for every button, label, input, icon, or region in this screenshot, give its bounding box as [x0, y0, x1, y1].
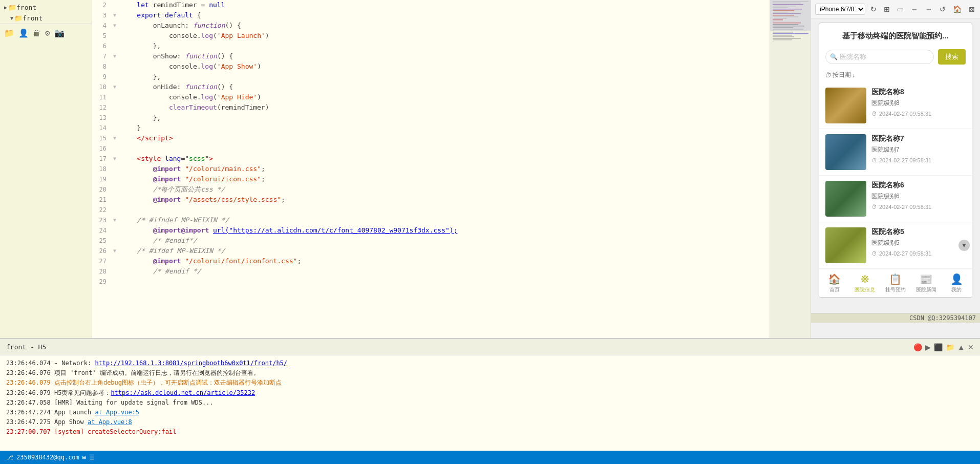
- line-number: 12: [92, 102, 111, 113]
- search-button[interactable]: 搜索: [938, 49, 966, 65]
- status-icon-list: ☰: [89, 454, 95, 461]
- nav-item-profile[interactable]: 👤我的: [941, 269, 972, 297]
- code-line: 5 console.log('App Launch'): [92, 31, 770, 41]
- code-line: 8 console.log('App Show'): [92, 61, 770, 72]
- nav-item-appointment[interactable]: 📋挂号预约: [880, 269, 911, 297]
- line-number: 9: [92, 72, 111, 82]
- phone-preview: 基于移动终端的医院智能预约... 🔍 医院名称 搜索 ⏱ 按日期 ↓ 医院名称8…: [811, 18, 980, 328]
- fold-icon[interactable]: ▼: [111, 246, 119, 256]
- console-line: 23:26:47.274 App Launch at App.vue:5: [6, 408, 974, 417]
- clock-icon: ⏱: [871, 157, 877, 163]
- fold-icon[interactable]: ▼: [111, 133, 119, 143]
- fold-icon[interactable]: ▼: [111, 82, 119, 92]
- console-header: front - H5 🔴 ▶ ⬛ 📁 ▲ ✕: [0, 339, 980, 355]
- console-link[interactable]: http://192.168.1.3:8081/springbootb6w0x0…: [95, 360, 287, 367]
- fold-icon[interactable]: ▼: [111, 10, 119, 20]
- code-area[interactable]: 2 let remindTimer = null3▼ export defaul…: [92, 0, 770, 338]
- fold-icon[interactable]: ▼: [111, 51, 119, 61]
- hospital-name: 医院名称7: [871, 134, 966, 143]
- filter-icon: ⏱: [825, 72, 832, 79]
- url-link[interactable]: url("https://at.alicdn.com/t/c/font_4097…: [213, 226, 457, 234]
- line-content: <style lang="scss">: [119, 154, 770, 164]
- line-number: 23: [92, 215, 111, 225]
- filter-bar: ⏱ 按日期 ↓: [819, 69, 972, 82]
- svg-rect-21: [773, 33, 808, 34]
- code-line: 29: [92, 277, 770, 287]
- fold-icon[interactable]: ▼: [111, 154, 119, 164]
- toolbar-home-btn[interactable]: 🏠: [951, 4, 964, 14]
- console-btn-stop[interactable]: ⬛: [934, 343, 943, 351]
- line-content: console.log('App Launch'): [119, 31, 770, 41]
- toolbar-rotate-btn[interactable]: ↻: [868, 4, 879, 14]
- search-input-wrap[interactable]: 🔍 医院名称: [825, 50, 934, 64]
- toolbar-forward-btn[interactable]: →: [923, 4, 934, 14]
- nav-label-news: 医院新闻: [916, 286, 936, 293]
- line-number: 7: [92, 51, 111, 61]
- sidebar-icon-settings[interactable]: ⚙: [45, 28, 50, 38]
- sidebar-icon-user[interactable]: 👤: [18, 28, 29, 38]
- line-content: @import@import url("https://at.alicdn.co…: [119, 225, 770, 236]
- toolbar-refresh-btn[interactable]: ↺: [938, 4, 948, 14]
- line-number: 28: [92, 266, 111, 277]
- sidebar-icon-camera[interactable]: 📷: [54, 28, 65, 38]
- hospital-level: 医院级别6: [871, 192, 966, 201]
- hospital-card[interactable]: 医院名称8医院级别8⏱2024-02-27 09:58:31: [819, 82, 972, 129]
- console-btn-run[interactable]: 🔴: [913, 343, 922, 351]
- hospital-name: 医院名称5: [871, 227, 966, 237]
- nav-item-medical[interactable]: ❋医院信息: [850, 269, 881, 297]
- code-line: 27 @import "/colorui/font/iconfont.css";: [92, 256, 770, 266]
- device-select[interactable]: iPhone 6/7/8: [815, 4, 865, 15]
- line-content: },: [119, 72, 770, 82]
- code-line: 14 }: [92, 123, 770, 133]
- line-number: 21: [92, 195, 111, 205]
- preview-panel: iPhone 6/7/8 ↻ ⊞ ▭ ← → ↺ 🏠 ⊠ 基于移动终端的医院智能…: [811, 0, 980, 338]
- sidebar-icon-trash[interactable]: 🗑: [33, 28, 41, 38]
- console-error: 23:27:00.707 [system] createSelectorQuer…: [6, 428, 176, 435]
- nav-item-home[interactable]: 🏠首页: [819, 269, 850, 297]
- line-number: 11: [92, 92, 111, 102]
- code-line: 10▼ onHide: function() {: [92, 82, 770, 92]
- hospital-card[interactable]: 医院名称6医院级别6⏱2024-02-27 09:58:31: [819, 176, 972, 222]
- console-btn-debug[interactable]: ▶: [925, 343, 931, 351]
- hospital-timestamp: 2024-02-27 09:58:31: [879, 204, 931, 210]
- line-content: onShow: function() {: [119, 51, 770, 61]
- toolbar-zoom-btn[interactable]: ⊞: [882, 4, 892, 14]
- console-btn-close[interactable]: ✕: [968, 343, 974, 351]
- toolbar-back-btn[interactable]: ←: [909, 4, 920, 14]
- hospital-card[interactable]: 医院名称5医院级别5⏱2024-02-27 09:58:31▼: [819, 222, 972, 269]
- hospital-level: 医院级别8: [871, 99, 966, 108]
- toolbar-share-btn[interactable]: ⊠: [967, 4, 977, 14]
- line-content: @import "/colorui/icon.css";: [119, 174, 770, 184]
- fold-icon[interactable]: ▼: [111, 215, 119, 225]
- code-line: 20 /*每个页面公共css */: [92, 184, 770, 195]
- code-line: 3▼ export default {: [92, 10, 770, 20]
- fold-icon[interactable]: ▼: [111, 20, 119, 31]
- console-warn: 23:26:46.079 点击控制台右上角debug图标（虫子），可开启断点调试…: [6, 379, 282, 386]
- nav-icon-medical: ❋: [861, 273, 869, 285]
- minimap-highlight: [770, 0, 811, 31]
- line-number: 22: [92, 205, 111, 215]
- console-body[interactable]: 23:26:46.074 - Network: http://192.168.1…: [0, 355, 980, 451]
- code-line: 21 @import "/assets/css/style.scss";: [92, 195, 770, 205]
- console-green-link[interactable]: https://ask.dcloud.net.cn/article/35232: [111, 389, 255, 396]
- line-content: onLaunch: function() {: [119, 20, 770, 31]
- hospital-card[interactable]: 医院名称7医院级别7⏱2024-02-27 09:58:31: [819, 129, 972, 176]
- sidebar-item-front-root[interactable]: ▶ 📁 front: [0, 2, 92, 13]
- folder-icon: 📁: [8, 4, 16, 11]
- console-btn-up[interactable]: ▲: [957, 343, 965, 351]
- filter-down-icon: ↓: [852, 72, 855, 79]
- scroll-down-btn[interactable]: ▼: [958, 240, 970, 251]
- console-at-link-show[interactable]: at App.vue:8: [88, 418, 132, 426]
- bottom-nav: 🏠首页❋医院信息📋挂号预约📰医院新闻👤我的: [819, 269, 972, 297]
- toolbar-frame-btn[interactable]: ▭: [895, 4, 906, 14]
- line-content: /* #endif*/: [119, 236, 770, 246]
- console-at-link[interactable]: at App.vue:5: [95, 409, 139, 416]
- sidebar-icon-folder[interactable]: 📁: [4, 28, 14, 38]
- expand-icon-sub: ▼: [10, 15, 13, 21]
- nav-label-home: 首页: [829, 286, 840, 293]
- console-btn-folder[interactable]: 📁: [946, 343, 954, 351]
- line-content: /* #ifdef MP-WEIXIN */: [119, 246, 770, 256]
- nav-item-news[interactable]: 📰医院新闻: [911, 269, 942, 297]
- clock-icon: ⏱: [871, 204, 877, 210]
- sidebar-item-front-sub[interactable]: ▼ 📁 front: [0, 13, 92, 24]
